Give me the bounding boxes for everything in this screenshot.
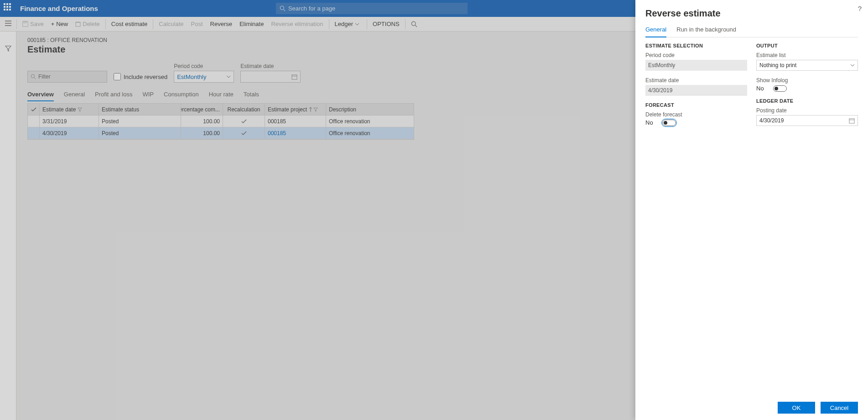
search-icon — [280, 5, 286, 11]
panel-tabs: General Run in the background — [645, 26, 858, 37]
estimate-date-input: 4/30/2019 — [645, 85, 747, 96]
cell-pct[interactable]: 100.00 — [181, 116, 223, 127]
check-icon — [241, 119, 247, 124]
save-button[interactable]: Save — [19, 17, 47, 31]
reverse-elimination-button[interactable]: Reverse elimination — [267, 17, 327, 31]
filter-pane-toggle[interactable] — [5, 45, 11, 53]
estimate-list-label: Estimate list — [756, 52, 858, 58]
tab-wip[interactable]: WIP — [142, 88, 154, 101]
panel-footer: OK Cancel — [645, 397, 858, 414]
panel-tab-background[interactable]: Run in the background — [676, 26, 736, 37]
reverse-button[interactable]: Reverse — [207, 17, 236, 31]
cell-desc[interactable]: Office renovation — [326, 116, 408, 127]
tab-profit-and-loss[interactable]: Profit and loss — [95, 88, 132, 101]
cell-status[interactable]: Posted — [99, 127, 181, 139]
delete-button[interactable]: Delete — [72, 17, 104, 31]
ledger-menu[interactable]: Ledger — [331, 17, 365, 31]
cell-date[interactable]: 4/30/2019 — [40, 127, 99, 139]
table-row[interactable]: 3/31/2019 Posted 100.00 000185 Office re… — [28, 116, 414, 127]
section-forecast: FORECAST — [645, 102, 747, 108]
panel-title: Reverse estimate — [645, 8, 858, 19]
tab-general[interactable]: General — [64, 88, 85, 101]
plus-icon: + — [51, 21, 55, 27]
show-infolog-value: No — [756, 85, 764, 92]
panel-tab-general[interactable]: General — [645, 26, 666, 37]
eliminate-button[interactable]: Eliminate — [236, 17, 267, 31]
grid-header-row: Estimate date Estimate status Percentage… — [28, 104, 414, 116]
cell-pct[interactable]: 100.00 — [181, 127, 223, 139]
cell-recalc[interactable] — [223, 127, 265, 139]
action-search-button[interactable] — [407, 17, 423, 31]
section-ledger-date: LEDGER DATE — [756, 98, 858, 104]
app-launcher-icon[interactable] — [4, 3, 15, 14]
estimate-grid: Estimate date Estimate status Percentage… — [27, 103, 414, 140]
section-estimate-selection: ESTIMATE SELECTION — [645, 43, 747, 48]
svg-rect-15 — [292, 74, 297, 79]
svg-line-14 — [34, 78, 36, 79]
post-button[interactable]: Post — [187, 17, 207, 31]
cell-project[interactable]: 000185 — [265, 116, 326, 127]
cell-project[interactable]: 000185 — [265, 127, 326, 139]
save-icon — [22, 21, 28, 27]
col-header-estimate-date[interactable]: Estimate date — [40, 104, 99, 115]
period-code-input: EstMonthly — [645, 60, 747, 71]
estimate-date-label: Estimate date — [240, 63, 301, 69]
cell-date[interactable]: 3/31/2019 — [40, 116, 99, 127]
search-icon — [411, 21, 417, 27]
estimate-date-input[interactable] — [240, 71, 301, 83]
global-search[interactable]: Search for a page — [276, 3, 468, 14]
delete-forecast-value: No — [645, 119, 653, 126]
chevron-down-icon — [850, 64, 855, 67]
tab-overview[interactable]: Overview — [27, 88, 54, 101]
cost-estimate-button[interactable]: Cost estimate — [108, 17, 151, 31]
delete-forecast-toggle[interactable] — [662, 120, 676, 126]
svg-rect-5 — [23, 21, 28, 26]
cell-status[interactable]: Posted — [99, 116, 181, 127]
help-icon[interactable]: ? — [858, 5, 862, 12]
svg-point-11 — [411, 21, 416, 26]
trash-icon — [75, 21, 81, 27]
nav-toggle-icon[interactable] — [2, 21, 15, 27]
include-reversed-checkbox[interactable]: Include reversed — [114, 71, 167, 83]
estimate-date-label: Estimate date — [645, 77, 747, 84]
app-title: Finance and Operations — [20, 5, 98, 12]
svg-rect-17 — [849, 118, 854, 123]
cell-recalc[interactable] — [223, 116, 265, 127]
tab-consumption[interactable]: Consumption — [164, 88, 199, 101]
col-header-pct[interactable]: Percentage com... — [181, 104, 223, 115]
new-button[interactable]: + New — [47, 17, 72, 31]
period-code-label: Period code — [645, 52, 747, 58]
calculate-button[interactable]: Calculate — [155, 17, 187, 31]
period-code-dropdown[interactable]: EstMonthly — [174, 71, 234, 83]
tab-hour-rate[interactable]: Hour rate — [209, 88, 234, 101]
ok-button[interactable]: OK — [778, 402, 815, 414]
delete-forecast-label: Delete forecast — [645, 111, 747, 118]
cell-desc[interactable]: Office renovation — [326, 127, 408, 139]
estimate-list-select[interactable]: Nothing to print — [756, 60, 858, 71]
chevron-down-icon — [226, 75, 231, 78]
col-header-recalc[interactable]: Recalculation — [223, 104, 265, 115]
svg-point-13 — [31, 74, 35, 78]
svg-rect-7 — [76, 22, 80, 26]
period-code-label: Period code — [174, 63, 234, 69]
cancel-button[interactable]: Cancel — [821, 402, 858, 414]
grid-filter-input[interactable]: Filter — [27, 71, 107, 83]
calendar-icon — [291, 74, 297, 80]
col-header-desc[interactable]: Description — [326, 104, 408, 115]
options-button[interactable]: OPTIONS — [369, 17, 403, 31]
col-header-estimate-status[interactable]: Estimate status — [99, 104, 181, 115]
funnel-icon — [78, 107, 82, 112]
svg-line-12 — [415, 25, 417, 27]
tab-totals[interactable]: Totals — [244, 88, 259, 101]
posting-date-label: Posting date — [756, 107, 858, 114]
funnel-icon — [313, 107, 318, 112]
funnel-icon — [5, 45, 11, 52]
col-header-project[interactable]: Estimate project — [265, 104, 326, 115]
sort-asc-icon — [309, 107, 312, 112]
reverse-estimate-panel: ? Reverse estimate General Run in the ba… — [635, 0, 868, 420]
select-all-header[interactable] — [28, 104, 40, 115]
show-infolog-toggle[interactable] — [773, 85, 787, 92]
table-row[interactable]: 4/30/2019 Posted 100.00 000185 Office re… — [28, 127, 414, 139]
left-rail — [0, 31, 16, 420]
posting-date-input[interactable]: 4/30/2019 — [756, 115, 858, 126]
